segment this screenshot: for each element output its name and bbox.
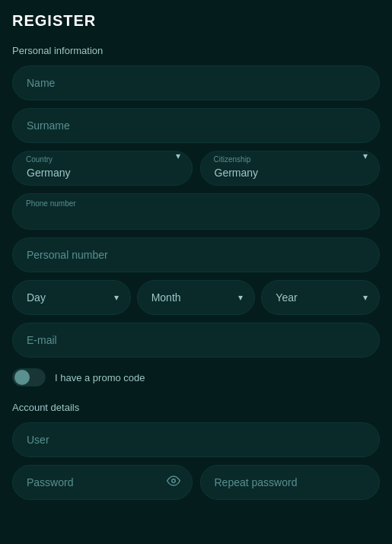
- country-select[interactable]: Germany France Spain Italy United Kingdo…: [12, 151, 193, 186]
- account-section-title: Account details: [12, 402, 380, 413]
- user-input[interactable]: [12, 422, 380, 457]
- surname-input[interactable]: [12, 108, 380, 143]
- dob-row: Day 1 2 3 ▾ Month January February March…: [12, 280, 380, 323]
- country-citizenship-row: Country Germany France Spain Italy Unite…: [12, 151, 380, 193]
- repeat-password-input[interactable]: [200, 465, 381, 500]
- year-select[interactable]: Year 2000 1990 1985: [261, 280, 380, 315]
- eye-icon[interactable]: [167, 474, 180, 491]
- personal-number-group: [12, 237, 380, 272]
- year-group: Year 2000 1990 1985 ▾: [261, 280, 380, 315]
- personal-number-input[interactable]: [12, 237, 380, 272]
- password-row: [12, 465, 380, 507]
- month-select[interactable]: Month January February March: [137, 280, 256, 315]
- surname-field-group: [12, 108, 380, 143]
- user-field-group: [12, 422, 380, 457]
- citizenship-select[interactable]: Germany France Spain Italy United Kingdo…: [200, 151, 381, 186]
- year-wrapper: Year 2000 1990 1985 ▾: [261, 280, 380, 315]
- svg-point-0: [171, 479, 175, 483]
- toggle-knob: [14, 370, 30, 385]
- name-field-group: [12, 65, 380, 100]
- email-input[interactable]: [12, 323, 380, 358]
- password-group: [12, 465, 193, 500]
- email-field-group: [12, 323, 380, 358]
- page-title: REGISTER: [12, 12, 380, 30]
- day-wrapper: Day 1 2 3 ▾: [12, 280, 131, 315]
- citizenship-wrapper: Citizenship Germany France Spain Italy U…: [200, 151, 381, 186]
- country-group: Country Germany France Spain Italy Unite…: [12, 151, 193, 186]
- phone-wrapper: Phone number: [12, 193, 380, 230]
- month-group: Month January February March ▾: [137, 280, 256, 315]
- phone-input[interactable]: [12, 193, 380, 230]
- country-wrapper: Country Germany France Spain Italy Unite…: [12, 151, 193, 186]
- day-select[interactable]: Day 1 2 3: [12, 280, 131, 315]
- promo-toggle-row: I have a promo code: [12, 368, 380, 387]
- promo-toggle[interactable]: [12, 368, 46, 387]
- phone-field-group: Phone number: [12, 193, 380, 230]
- day-group: Day 1 2 3 ▾: [12, 280, 131, 315]
- month-wrapper: Month January February March ▾: [137, 280, 256, 315]
- repeat-password-group: [200, 465, 381, 500]
- name-input[interactable]: [12, 65, 380, 100]
- personal-section-title: Personal information: [12, 45, 380, 56]
- promo-toggle-label: I have a promo code: [55, 372, 145, 383]
- password-input[interactable]: [12, 465, 193, 500]
- citizenship-group: Citizenship Germany France Spain Italy U…: [200, 151, 381, 186]
- password-wrapper: [12, 465, 193, 500]
